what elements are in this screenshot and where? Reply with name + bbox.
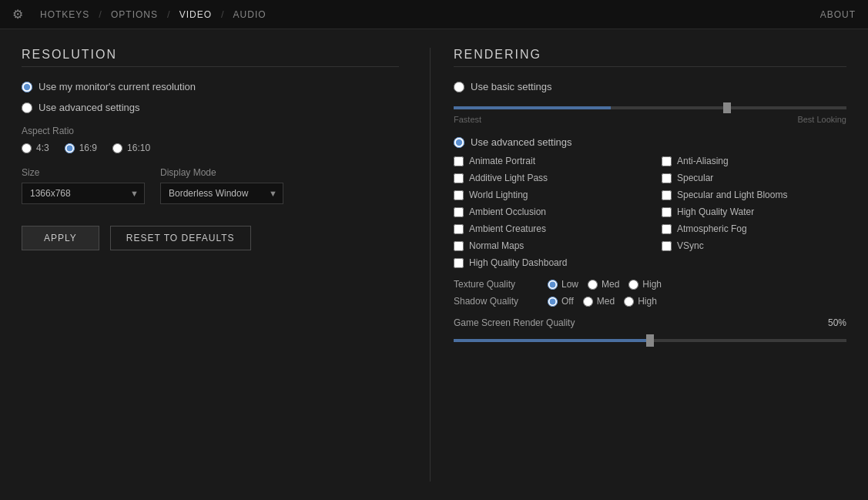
cb-vsync-label: VSync — [677, 240, 704, 251]
slider-fastest-label: Fastest — [454, 115, 481, 124]
aspect-16-9-radio[interactable] — [65, 143, 75, 153]
shadow-med-radio[interactable] — [583, 297, 593, 307]
cb-anti-aliasing-input[interactable] — [662, 156, 672, 166]
nav-video[interactable]: VIDEO — [176, 9, 215, 20]
cb-animate-portrait[interactable]: Animate Portrait — [454, 156, 638, 166]
basic-quality-slider[interactable] — [454, 106, 846, 109]
aspect-16-9[interactable]: 16:9 — [65, 143, 97, 153]
texture-high[interactable]: High — [628, 279, 662, 290]
cb-vsync-input[interactable] — [662, 241, 672, 251]
nav-audio[interactable]: AUDIO — [230, 9, 270, 20]
size-label: Size — [22, 167, 145, 178]
cb-additive-light-label: Additive Light Pass — [469, 173, 548, 183]
gsrq-slider[interactable] — [454, 339, 846, 342]
resolution-monitor-label: Use my monitor's current resolution — [39, 81, 196, 92]
cb-ambient-creatures[interactable]: Ambient Creatures — [454, 223, 638, 234]
shadow-quality-label: Shadow Quality — [454, 296, 538, 307]
size-select[interactable]: 1366x768 1920x1080 2560x1440 — [22, 183, 145, 204]
texture-high-radio[interactable] — [628, 280, 638, 290]
cb-world-lighting[interactable]: World Lighting — [454, 190, 638, 200]
cb-atmospheric-fog-input[interactable] — [662, 224, 672, 234]
resolution-monitor-radio[interactable] — [22, 82, 32, 92]
advanced-settings-radio[interactable] — [454, 137, 464, 148]
cb-hq-water-label: High Quality Water — [677, 206, 754, 217]
gsrq-label: Game Screen Render Quality — [454, 317, 575, 328]
nav-about[interactable]: ABOUT — [820, 9, 856, 20]
advanced-settings-label: Use advanced settings — [471, 136, 572, 148]
basic-settings-radio[interactable] — [454, 82, 464, 92]
cb-world-lighting-input[interactable] — [454, 190, 464, 200]
size-display-row: Size 1366x768 1920x1080 2560x1440 ▼ Disp… — [22, 167, 399, 204]
shadow-med[interactable]: Med — [583, 296, 615, 307]
basic-settings-label: Use basic settings — [471, 81, 552, 92]
cb-animate-portrait-input[interactable] — [454, 156, 464, 166]
cb-specular-blooms-input[interactable] — [662, 190, 672, 200]
button-row: APPLY RESET TO DEFAULTS — [22, 226, 399, 250]
cb-ambient-occlusion[interactable]: Ambient Occlusion — [454, 206, 638, 217]
aspect-4-3-radio[interactable] — [22, 143, 32, 153]
shadow-off[interactable]: Off — [548, 296, 574, 307]
cb-ambient-occlusion-label: Ambient Occlusion — [469, 206, 546, 217]
texture-quality-row: Texture Quality Low Med High — [454, 279, 846, 290]
advanced-settings-option[interactable]: Use advanced settings — [454, 136, 846, 148]
resolution-advanced-option[interactable]: Use advanced settings — [22, 102, 399, 113]
cb-anti-aliasing[interactable]: Anti-Aliasing — [662, 156, 846, 166]
aspect-16-10[interactable]: 16:10 — [112, 143, 150, 153]
display-mode-select[interactable]: Borderless Window Fullscreen Windowed — [160, 183, 283, 204]
nav-options[interactable]: OPTIONS — [108, 9, 161, 20]
cb-normal-maps-label: Normal Maps — [469, 240, 524, 251]
shadow-high[interactable]: High — [624, 296, 657, 307]
nav-sep-3: / — [221, 8, 224, 20]
cb-ambient-creatures-label: Ambient Creatures — [469, 223, 546, 234]
reset-button[interactable]: RESET TO DEFAULTS — [110, 226, 251, 250]
cb-specular-blooms-label: Specular and Light Blooms — [677, 190, 787, 200]
nav-hotkeys[interactable]: HOTKEYS — [37, 9, 92, 20]
aspect-4-3[interactable]: 4:3 — [22, 143, 49, 153]
cb-anti-aliasing-label: Anti-Aliasing — [677, 156, 729, 166]
rendering-panel: RENDERING Use basic settings Fastest Bes… — [430, 48, 846, 482]
checkbox-columns: Animate Portrait Additive Light Pass Wor… — [454, 156, 846, 268]
size-select-wrapper: 1366x768 1920x1080 2560x1440 ▼ — [22, 183, 145, 204]
cb-atmospheric-fog[interactable]: Atmospheric Fog — [662, 223, 846, 234]
gsrq-header: Game Screen Render Quality 50% — [454, 317, 846, 328]
display-mode-label: Display Mode — [160, 167, 283, 178]
cb-additive-light[interactable]: Additive Light Pass — [454, 173, 638, 183]
cb-specular-label: Specular — [677, 173, 713, 183]
cb-hq-dashboard[interactable]: High Quality Dashboard — [454, 257, 638, 268]
advanced-settings-block: Animate Portrait Additive Light Pass Wor… — [454, 156, 846, 268]
display-mode-select-wrapper: Borderless Window Fullscreen Windowed ▼ — [160, 183, 283, 204]
resolution-monitor-option[interactable]: Use my monitor's current resolution — [22, 81, 399, 92]
nav-sep-2: / — [167, 8, 170, 20]
shadow-quality-row: Shadow Quality Off Med High — [454, 296, 846, 307]
basic-settings-option[interactable]: Use basic settings — [454, 81, 846, 92]
texture-med-radio[interactable] — [588, 280, 598, 290]
cb-hq-dashboard-input[interactable] — [454, 258, 464, 268]
cb-hq-dashboard-label: High Quality Dashboard — [469, 257, 567, 268]
cb-normal-maps[interactable]: Normal Maps — [454, 240, 638, 251]
texture-med-label: Med — [602, 279, 619, 290]
cb-specular-blooms[interactable]: Specular and Light Blooms — [662, 190, 846, 200]
resolution-title: RESOLUTION — [22, 48, 399, 67]
gsrq-value: 50% — [828, 317, 846, 328]
slider-best-label: Best Looking — [797, 115, 846, 124]
cb-additive-light-input[interactable] — [454, 173, 464, 183]
cb-ambient-creatures-input[interactable] — [454, 224, 464, 234]
top-nav: ⚙ HOTKEYS / OPTIONS / VIDEO / AUDIO ABOU… — [0, 0, 868, 29]
cb-ambient-occlusion-input[interactable] — [454, 207, 464, 217]
texture-med[interactable]: Med — [588, 279, 619, 290]
cb-vsync[interactable]: VSync — [662, 240, 846, 251]
resolution-advanced-radio[interactable] — [22, 102, 32, 113]
cb-hq-water-input[interactable] — [662, 207, 672, 217]
texture-low-radio[interactable] — [548, 280, 558, 290]
size-field: Size 1366x768 1920x1080 2560x1440 ▼ — [22, 167, 145, 204]
texture-low[interactable]: Low — [548, 279, 578, 290]
shadow-high-radio[interactable] — [624, 297, 634, 307]
apply-button[interactable]: APPLY — [22, 226, 99, 250]
aspect-ratio-label: Aspect Ratio — [22, 126, 399, 136]
cb-hq-water[interactable]: High Quality Water — [662, 206, 846, 217]
cb-normal-maps-input[interactable] — [454, 241, 464, 251]
shadow-off-radio[interactable] — [548, 297, 558, 307]
cb-specular-input[interactable] — [662, 173, 672, 183]
aspect-16-10-radio[interactable] — [112, 143, 122, 153]
cb-specular[interactable]: Specular — [662, 173, 846, 183]
